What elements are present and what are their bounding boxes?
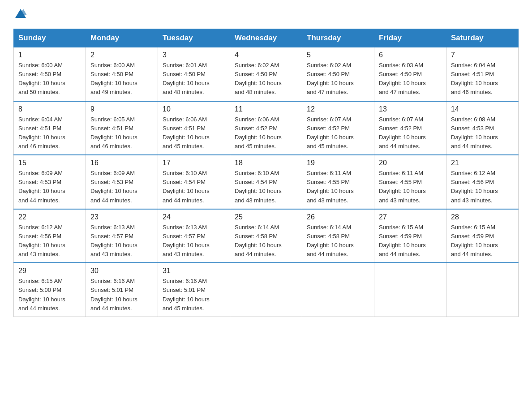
day-number: 6 <box>379 51 442 59</box>
day-info: Sunrise: 6:14 AMSunset: 4:58 PMDaylight:… <box>235 223 297 259</box>
day-info: Sunrise: 6:07 AMSunset: 4:52 PMDaylight:… <box>379 115 442 151</box>
day-number: 26 <box>307 213 369 221</box>
calendar-cell: 9Sunrise: 6:05 AMSunset: 4:51 PMDaylight… <box>86 101 158 155</box>
day-number: 31 <box>163 267 225 275</box>
day-number: 5 <box>307 51 369 59</box>
day-info: Sunrise: 6:12 AMSunset: 4:56 PMDaylight:… <box>18 223 81 259</box>
day-info: Sunrise: 6:06 AMSunset: 4:51 PMDaylight:… <box>163 115 225 151</box>
day-number: 11 <box>235 105 297 113</box>
day-info: Sunrise: 6:15 AMSunset: 4:59 PMDaylight:… <box>451 223 514 259</box>
calendar-cell: 26Sunrise: 6:14 AMSunset: 4:58 PMDayligh… <box>302 209 374 263</box>
day-info: Sunrise: 6:13 AMSunset: 4:57 PMDaylight:… <box>90 223 153 259</box>
day-info: Sunrise: 6:06 AMSunset: 4:52 PMDaylight:… <box>235 115 297 151</box>
day-number: 29 <box>18 267 81 275</box>
calendar-cell: 11Sunrise: 6:06 AMSunset: 4:52 PMDayligh… <box>230 101 302 155</box>
calendar-cell: 17Sunrise: 6:10 AMSunset: 4:54 PMDayligh… <box>158 155 230 209</box>
calendar-cell: 21Sunrise: 6:12 AMSunset: 4:56 PMDayligh… <box>446 155 519 209</box>
day-info: Sunrise: 6:00 AMSunset: 4:50 PMDaylight:… <box>90 61 153 97</box>
day-info: Sunrise: 6:11 AMSunset: 4:55 PMDaylight:… <box>307 169 369 205</box>
calendar-cell: 19Sunrise: 6:11 AMSunset: 4:55 PMDayligh… <box>302 155 374 209</box>
day-number: 7 <box>451 51 514 59</box>
col-header-friday: Friday <box>374 29 446 47</box>
col-header-saturday: Saturday <box>446 29 519 47</box>
calendar-cell: 7Sunrise: 6:04 AMSunset: 4:51 PMDaylight… <box>446 47 519 101</box>
calendar-cell: 1Sunrise: 6:00 AMSunset: 4:50 PMDaylight… <box>14 47 86 101</box>
logo-icon <box>13 9 27 21</box>
day-info: Sunrise: 6:14 AMSunset: 4:58 PMDaylight:… <box>307 223 369 259</box>
day-number: 15 <box>18 159 81 167</box>
calendar-cell: 23Sunrise: 6:13 AMSunset: 4:57 PMDayligh… <box>86 209 158 263</box>
calendar-cell: 13Sunrise: 6:07 AMSunset: 4:52 PMDayligh… <box>374 101 446 155</box>
day-number: 22 <box>18 213 81 221</box>
day-number: 23 <box>90 213 153 221</box>
day-info: Sunrise: 6:07 AMSunset: 4:52 PMDaylight:… <box>307 115 369 151</box>
day-number: 2 <box>90 51 153 59</box>
day-info: Sunrise: 6:12 AMSunset: 4:56 PMDaylight:… <box>451 169 514 205</box>
week-row-3: 15Sunrise: 6:09 AMSunset: 4:53 PMDayligh… <box>14 155 519 209</box>
header-row: SundayMondayTuesdayWednesdayThursdayFrid… <box>14 29 519 47</box>
day-info: Sunrise: 6:15 AMSunset: 5:00 PMDaylight:… <box>18 277 81 313</box>
calendar-cell <box>230 263 302 317</box>
day-info: Sunrise: 6:16 AMSunset: 5:01 PMDaylight:… <box>90 277 153 313</box>
day-number: 30 <box>90 267 153 275</box>
col-header-tuesday: Tuesday <box>158 29 230 47</box>
calendar-cell: 6Sunrise: 6:03 AMSunset: 4:50 PMDaylight… <box>374 47 446 101</box>
logo <box>13 9 27 21</box>
calendar-cell: 12Sunrise: 6:07 AMSunset: 4:52 PMDayligh… <box>302 101 374 155</box>
day-number: 16 <box>90 159 153 167</box>
calendar-cell: 28Sunrise: 6:15 AMSunset: 4:59 PMDayligh… <box>446 209 519 263</box>
week-row-5: 29Sunrise: 6:15 AMSunset: 5:00 PMDayligh… <box>14 263 519 317</box>
day-number: 14 <box>451 105 514 113</box>
day-number: 21 <box>451 159 514 167</box>
day-number: 19 <box>307 159 369 167</box>
col-header-sunday: Sunday <box>14 29 86 47</box>
col-header-monday: Monday <box>86 29 158 47</box>
calendar-cell: 24Sunrise: 6:13 AMSunset: 4:57 PMDayligh… <box>158 209 230 263</box>
day-info: Sunrise: 6:15 AMSunset: 4:59 PMDaylight:… <box>379 223 442 259</box>
day-info: Sunrise: 6:05 AMSunset: 4:51 PMDaylight:… <box>90 115 153 151</box>
day-info: Sunrise: 6:09 AMSunset: 4:53 PMDaylight:… <box>90 169 153 205</box>
calendar-cell: 25Sunrise: 6:14 AMSunset: 4:58 PMDayligh… <box>230 209 302 263</box>
day-number: 8 <box>18 105 81 113</box>
day-info: Sunrise: 6:09 AMSunset: 4:53 PMDaylight:… <box>18 169 81 205</box>
calendar-cell: 15Sunrise: 6:09 AMSunset: 4:53 PMDayligh… <box>14 155 86 209</box>
week-row-2: 8Sunrise: 6:04 AMSunset: 4:51 PMDaylight… <box>14 101 519 155</box>
calendar-cell <box>374 263 446 317</box>
day-number: 17 <box>163 159 225 167</box>
col-header-thursday: Thursday <box>302 29 374 47</box>
day-number: 24 <box>163 213 225 221</box>
calendar-cell: 20Sunrise: 6:11 AMSunset: 4:55 PMDayligh… <box>374 155 446 209</box>
day-info: Sunrise: 6:10 AMSunset: 4:54 PMDaylight:… <box>163 169 225 205</box>
day-info: Sunrise: 6:16 AMSunset: 5:01 PMDaylight:… <box>163 277 225 313</box>
day-number: 1 <box>18 51 81 59</box>
day-number: 12 <box>307 105 369 113</box>
calendar-cell: 4Sunrise: 6:02 AMSunset: 4:50 PMDaylight… <box>230 47 302 101</box>
day-number: 4 <box>235 51 297 59</box>
calendar-cell: 5Sunrise: 6:02 AMSunset: 4:50 PMDaylight… <box>302 47 374 101</box>
day-number: 28 <box>451 213 514 221</box>
week-row-1: 1Sunrise: 6:00 AMSunset: 4:50 PMDaylight… <box>14 47 519 101</box>
calendar-cell: 10Sunrise: 6:06 AMSunset: 4:51 PMDayligh… <box>158 101 230 155</box>
day-info: Sunrise: 6:11 AMSunset: 4:55 PMDaylight:… <box>379 169 442 205</box>
calendar-cell: 27Sunrise: 6:15 AMSunset: 4:59 PMDayligh… <box>374 209 446 263</box>
week-row-4: 22Sunrise: 6:12 AMSunset: 4:56 PMDayligh… <box>14 209 519 263</box>
page-header <box>13 9 519 21</box>
calendar-cell: 2Sunrise: 6:00 AMSunset: 4:50 PMDaylight… <box>86 47 158 101</box>
calendar-cell: 14Sunrise: 6:08 AMSunset: 4:53 PMDayligh… <box>446 101 519 155</box>
day-info: Sunrise: 6:10 AMSunset: 4:54 PMDaylight:… <box>235 169 297 205</box>
col-header-wednesday: Wednesday <box>230 29 302 47</box>
day-number: 25 <box>235 213 297 221</box>
calendar-cell: 8Sunrise: 6:04 AMSunset: 4:51 PMDaylight… <box>14 101 86 155</box>
day-number: 3 <box>163 51 225 59</box>
calendar-cell: 16Sunrise: 6:09 AMSunset: 4:53 PMDayligh… <box>86 155 158 209</box>
day-info: Sunrise: 6:00 AMSunset: 4:50 PMDaylight:… <box>18 61 81 97</box>
day-info: Sunrise: 6:03 AMSunset: 4:50 PMDaylight:… <box>379 61 442 97</box>
calendar-cell: 30Sunrise: 6:16 AMSunset: 5:01 PMDayligh… <box>86 263 158 317</box>
calendar-cell <box>302 263 374 317</box>
day-info: Sunrise: 6:02 AMSunset: 4:50 PMDaylight:… <box>235 61 297 97</box>
calendar-table: SundayMondayTuesdayWednesdayThursdayFrid… <box>13 29 519 317</box>
calendar-cell: 18Sunrise: 6:10 AMSunset: 4:54 PMDayligh… <box>230 155 302 209</box>
calendar-cell <box>446 263 519 317</box>
day-number: 10 <box>163 105 225 113</box>
calendar-cell: 31Sunrise: 6:16 AMSunset: 5:01 PMDayligh… <box>158 263 230 317</box>
